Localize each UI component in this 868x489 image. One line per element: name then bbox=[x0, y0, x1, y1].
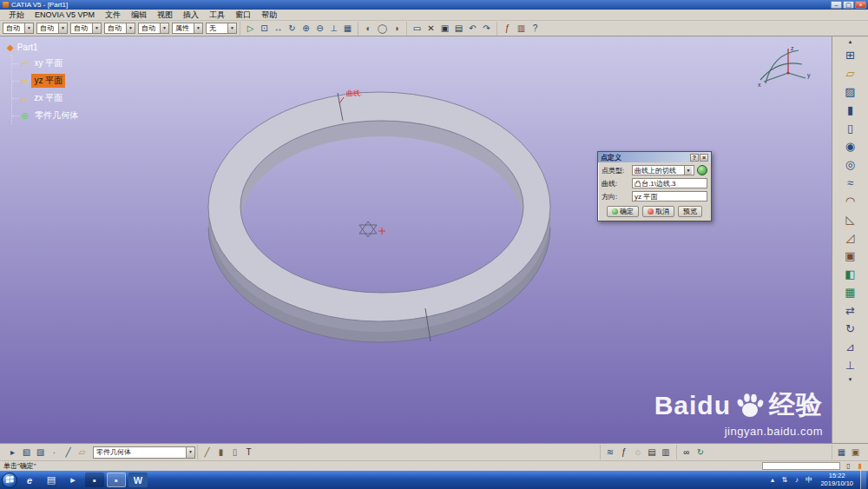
tree-item-3[interactable]: ⊕零件几何体 bbox=[12, 107, 81, 124]
ok-button[interactable]: 确定 bbox=[607, 206, 639, 217]
fog-icon[interactable]: ≋ bbox=[603, 446, 616, 459]
fit-all-icon[interactable]: ⊡ bbox=[258, 22, 271, 35]
graphic-render-combo[interactable]: 属性▼ bbox=[172, 23, 203, 34]
fly-mode-icon[interactable]: ▷ bbox=[244, 22, 257, 35]
rib-icon[interactable]: ≈ bbox=[842, 175, 858, 191]
fillet-icon[interactable]: ◠ bbox=[842, 193, 858, 209]
dropdown-arrow-icon[interactable]: ▼ bbox=[186, 447, 194, 458]
chamfer-icon[interactable]: ◺ bbox=[842, 211, 858, 228]
taskbar-clock[interactable]: 15:22 2019/10/10 bbox=[816, 472, 858, 487]
tray-expand-icon[interactable]: ▴ bbox=[767, 475, 777, 486]
power-input-field[interactable] bbox=[762, 462, 840, 470]
catalog-icon[interactable]: ▥ bbox=[515, 22, 528, 35]
point-tool-icon[interactable]: ∙ bbox=[48, 446, 61, 459]
app-window-icon-1[interactable]: ▪ bbox=[85, 472, 104, 487]
graphic-thickness-combo[interactable]: 自动▼ bbox=[70, 23, 102, 34]
graphic-linetype-combo[interactable]: 自动▼ bbox=[36, 23, 68, 34]
cut-icon[interactable]: ✕ bbox=[424, 22, 437, 35]
dropdown-arrow-icon[interactable]: ▼ bbox=[92, 23, 101, 33]
network-icon[interactable]: ⇅ bbox=[779, 475, 789, 486]
undo-icon[interactable]: ↶ bbox=[466, 22, 479, 35]
3d-viewport[interactable]: 曲线: z y x ◆ Part1 ▱xy 平面▱yz 平面▱zx 平面⊕零件 bbox=[0, 36, 832, 443]
tree-root-part1[interactable]: ◆ Part1 bbox=[7, 40, 81, 55]
multi-view-icon[interactable]: ▦ bbox=[341, 22, 354, 35]
shell-icon[interactable]: ▣ bbox=[842, 248, 858, 264]
pattern-icon[interactable]: ▦ bbox=[842, 284, 858, 301]
copy-icon[interactable]: ▣ bbox=[438, 22, 451, 35]
curve-input[interactable]: 凸台.1\边线.3 bbox=[632, 178, 707, 188]
cancel-button[interactable]: 取消 bbox=[642, 206, 674, 217]
measure-icon[interactable]: ⊿ bbox=[842, 339, 858, 355]
close-button[interactable]: × bbox=[855, 1, 866, 9]
help-whats-this-icon[interactable]: ? bbox=[529, 22, 542, 35]
select-arrow-icon[interactable]: ▸ bbox=[6, 446, 19, 459]
start-button[interactable] bbox=[2, 472, 17, 488]
axis-system-icon[interactable]: ⊥ bbox=[842, 357, 858, 373]
dropdown-arrow-icon[interactable]: ▼ bbox=[194, 23, 202, 33]
direction-input[interactable]: yz 平面 bbox=[632, 191, 707, 202]
menu-item-7[interactable]: 窗口 bbox=[230, 10, 256, 21]
menu-item-3[interactable]: 编辑 bbox=[126, 10, 152, 21]
scroll-up-icon[interactable]: ▴ bbox=[845, 37, 856, 45]
pencil-icon[interactable]: ╱ bbox=[201, 446, 214, 459]
ring-solid[interactable] bbox=[208, 92, 550, 342]
pad-icon[interactable]: ▮ bbox=[842, 102, 858, 118]
zoom-in-icon[interactable]: ⊕ bbox=[299, 22, 312, 35]
minimize-button[interactable]: – bbox=[831, 1, 842, 9]
point-type-combo[interactable]: 曲线上的切线 ▼ bbox=[632, 165, 694, 175]
maximize-button[interactable]: ▢ bbox=[843, 1, 854, 9]
line-weight-combo[interactable]: 无▼ bbox=[206, 23, 237, 34]
dialog-titlebar[interactable]: 点定义 ? × bbox=[598, 152, 711, 162]
graphic-color-combo[interactable]: 自动▼ bbox=[3, 23, 34, 34]
draft-icon[interactable]: ◿ bbox=[842, 229, 858, 246]
translate-icon[interactable]: ⇄ bbox=[842, 302, 858, 319]
viewport-canvas[interactable]: 曲线: z y x bbox=[0, 36, 832, 443]
menu-item-0[interactable]: 开始 bbox=[3, 10, 30, 21]
dialog-help-button[interactable]: ? bbox=[690, 154, 699, 162]
tree-item-1[interactable]: ▱yz 平面 bbox=[12, 72, 81, 89]
normal-view-icon[interactable]: ⊥ bbox=[327, 22, 340, 35]
hole-icon[interactable]: ◎ bbox=[842, 156, 858, 173]
line-tool-icon[interactable]: ╱ bbox=[62, 446, 75, 459]
snap-grid-icon[interactable]: ▦ bbox=[835, 446, 848, 459]
status-box-icon[interactable]: ▮ bbox=[855, 462, 865, 471]
knowledge-fx-icon[interactable]: ƒ bbox=[501, 22, 514, 35]
print-icon[interactable]: ▭ bbox=[411, 22, 424, 35]
rotate-view-icon[interactable]: ↻ bbox=[286, 22, 299, 35]
update-icon[interactable]: ↻ bbox=[694, 446, 707, 459]
dropdown-arrow-icon[interactable]: ▼ bbox=[160, 23, 168, 33]
shaft-icon[interactable]: ◉ bbox=[842, 138, 858, 155]
pocket-icon[interactable]: ▯ bbox=[842, 120, 858, 136]
zoom-out-icon[interactable]: ⊖ bbox=[313, 22, 326, 35]
status-doc-icon[interactable]: ▯ bbox=[844, 462, 853, 471]
graphic-point-combo[interactable]: 自动▼ bbox=[104, 23, 135, 34]
menu-item-1[interactable]: ENOVIA V5 VPM bbox=[30, 10, 100, 19]
view-cube-icon[interactable]: ▧ bbox=[20, 446, 33, 459]
graphic-layer-combo[interactable]: 自动▼ bbox=[138, 23, 169, 34]
sketch-grid-icon[interactable]: ▨ bbox=[34, 446, 47, 459]
chart-icon[interactable]: ▥ bbox=[659, 446, 672, 459]
paste-icon[interactable]: ▤ bbox=[452, 22, 465, 35]
dialog-close-button[interactable]: × bbox=[700, 154, 708, 162]
text-tool-icon[interactable]: T bbox=[242, 446, 255, 459]
plane-tool-icon[interactable]: ▱ bbox=[76, 446, 89, 459]
app-window-icon-2[interactable]: ▪ bbox=[107, 472, 126, 487]
magnifier-icon[interactable]: ◌ bbox=[631, 446, 644, 459]
plane-feature-icon[interactable]: ▱ bbox=[842, 65, 858, 82]
explorer-icon[interactable]: ▤ bbox=[42, 472, 61, 487]
tree-item-0[interactable]: ▱xy 平面 bbox=[12, 55, 81, 72]
title-bar[interactable]: CATIA V5 - [Part1] – ▢ × bbox=[0, 0, 868, 10]
lock-icon[interactable]: ▣ bbox=[849, 446, 862, 459]
dropdown-arrow-icon[interactable]: ▼ bbox=[58, 23, 67, 33]
reference-sphere-icon[interactable] bbox=[697, 165, 707, 175]
eraser-icon[interactable]: ▯ bbox=[228, 446, 241, 459]
brush-icon[interactable]: ▮ bbox=[214, 446, 227, 459]
mirror-icon[interactable]: ◧ bbox=[842, 266, 858, 282]
volume-icon[interactable]: ♪ bbox=[792, 475, 801, 486]
dropdown-arrow-icon[interactable]: ▼ bbox=[684, 166, 692, 175]
link-icon[interactable]: ∞ bbox=[680, 446, 693, 459]
ie-icon[interactable]: e bbox=[20, 472, 39, 487]
rotate-body-icon[interactable]: ↻ bbox=[842, 320, 858, 337]
dropdown-arrow-icon[interactable]: ▼ bbox=[227, 23, 236, 33]
tree-item-2[interactable]: ▱zx 平面 bbox=[12, 89, 81, 107]
